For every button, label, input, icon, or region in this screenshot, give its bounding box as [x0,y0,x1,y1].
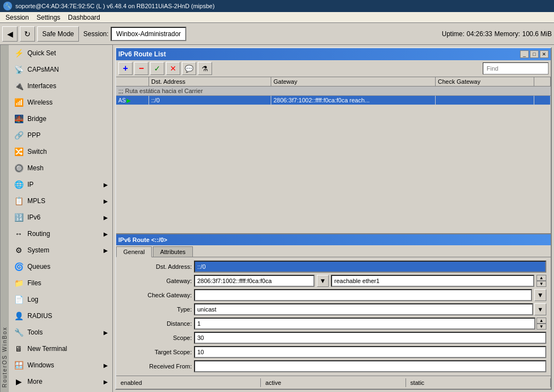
filter-button[interactable]: ⚗ [198,62,212,75]
tabs: General Attributes [116,245,551,257]
gateway-reachable-input[interactable] [331,275,534,287]
distance-label: Distance: [121,320,192,327]
received-from-input[interactable] [194,360,546,372]
winbox-label: RouterOS WinBox [0,45,9,392]
gateway-dropdown-button[interactable]: ▼ [317,275,329,287]
tab-general[interactable]: General [116,246,152,257]
close-button[interactable]: ✕ [540,50,549,58]
maximize-button[interactable]: □ [530,50,539,58]
memory-label: Memory: [494,30,520,38]
sidebar-item-log[interactable]: 📄 Log [9,291,112,308]
sidebar-label-quick-set: Quick Set [27,49,56,57]
uptime-label: Uptime: [442,30,464,38]
sidebar-item-ip[interactable]: 🌐 IP ▶ [9,176,112,193]
scope-input[interactable] [194,332,546,344]
dst-address-label: Dst. Address: [121,263,192,270]
gateway-row: ▼ ▲ ▼ [194,275,546,287]
sidebar-item-queues[interactable]: 🌀 Queues [9,258,112,275]
app-icon: 🔧 [3,2,12,10]
status-active: active [261,378,405,387]
dst-address-input[interactable] [194,261,546,273]
comment-button[interactable]: 💬 [182,62,196,75]
radius-icon: 👤 [13,310,24,321]
forward-button[interactable]: ↻ [20,26,35,42]
sidebar-label-mesh: Mesh [27,164,43,172]
sidebar-label-routing: Routing [27,230,50,238]
routing-icon: ↔ [13,228,24,239]
row-gateway: 2806:3f7:1002::ffff:f0ca:f0ca reach... [271,96,436,105]
status-bar: enabled active static [116,376,551,389]
type-input[interactable] [194,303,533,315]
sidebar-item-quick-set[interactable]: ⚡ Quick Set [9,45,112,61]
sidebar-label-new-terminal: New Terminal [27,345,67,353]
check-gateway-input[interactable] [194,289,532,301]
type-dropdown-button[interactable]: ▼ [534,303,546,315]
form-row-check-gateway: Check Gateway: ▼ [121,289,546,301]
sidebar-item-mesh[interactable]: 🔘 Mesh [9,160,112,176]
sidebar-label-files: Files [27,279,41,287]
sidebar-item-interfaces[interactable]: 🔌 Interfaces [9,78,112,94]
col-dst-address[interactable]: Dst. Address [149,77,271,86]
minimize-button[interactable]: _ [520,50,529,58]
wireless-icon: 📶 [13,97,24,108]
enable-button[interactable]: ✓ [150,62,164,75]
remove-button[interactable]: − [134,62,149,75]
col-check-gateway[interactable]: Check Gateway [436,77,534,86]
distance-spin-up-button[interactable]: ▲ [536,318,546,324]
target-scope-input[interactable] [194,346,546,358]
col-extra [534,77,551,86]
sidebar-item-files[interactable]: 📁 Files [9,275,112,291]
menu-session[interactable]: Session [2,13,32,22]
table-body: ;;; Ruta estática hacia el Carrier AS ▶ … [116,87,551,233]
spin-up-button[interactable]: ▲ [536,275,546,281]
sidebar-item-more[interactable]: ▶ More ▶ [9,373,112,390]
sidebar-label-tools: Tools [27,328,43,336]
switch-icon: 🔀 [13,146,24,157]
form-row-gateway: Gateway: ▼ ▲ ▼ [121,275,546,287]
sidebar-item-new-terminal[interactable]: 🖥 New Terminal [9,341,112,357]
distance-spin-down-button[interactable]: ▼ [536,324,546,330]
sidebar-item-windows[interactable]: 🪟 Windows ▶ [9,357,112,373]
menu-dashboard[interactable]: Dashboard [65,13,104,22]
sidebar-item-ppp[interactable]: 🔗 PPP [9,127,112,143]
window-title: IPv6 Route List [118,50,166,58]
disable-button[interactable]: ✕ [166,62,180,75]
menu-settings[interactable]: Settings [33,13,64,22]
uptime-value: 04:26:33 [467,30,493,38]
sidebar-item-bridge[interactable]: 🌉 Bridge [9,111,112,127]
add-button[interactable]: + [118,62,133,75]
safe-mode-button[interactable]: Safe Mode [37,26,79,42]
table-row[interactable]: AS ▶ ::/0 2806:3f7:1002::ffff:f0ca:f0ca … [116,96,551,105]
sidebar-item-radius[interactable]: 👤 RADIUS [9,308,112,324]
sidebar-item-switch[interactable]: 🔀 Switch [9,143,112,160]
quick-set-icon: ⚡ [13,48,24,59]
title-bar-text: soporte@C4:AD:34:7E:92:5C (L ) v6.48.4 o… [15,3,551,9]
col-gateway[interactable]: Gateway [271,77,436,86]
gateway-input[interactable] [194,275,315,287]
scope-label: Scope: [121,335,192,341]
tab-attributes[interactable]: Attributes [153,246,192,257]
back-button[interactable]: ◀ [2,26,18,42]
col-flags [116,77,149,86]
ipv6-icon: 🔢 [13,212,24,223]
sidebar-item-tools[interactable]: 🔧 Tools ▶ [9,324,112,341]
check-gateway-dropdown-button[interactable]: ▼ [534,289,546,301]
sidebar-item-capsman[interactable]: 📡 CAPsMAN [9,61,112,78]
log-icon: 📄 [13,294,24,305]
ipv6-route-list-window: IPv6 Route List _ □ ✕ + − ✓ ✕ 💬 ⚗ Dst. A [115,47,552,390]
queues-icon: 🌀 [13,261,24,272]
sidebar-item-routing[interactable]: ↔ Routing ▶ [9,226,112,242]
sidebar-item-system[interactable]: ⚙ System ▶ [9,242,112,258]
sidebar-label-radius: RADIUS [27,312,52,320]
distance-input[interactable] [194,318,535,330]
ip-icon: 🌐 [13,179,24,190]
window-controls: _ □ ✕ [520,50,549,58]
sidebar-label-interfaces: Interfaces [27,82,56,90]
sidebar-item-ipv6[interactable]: 🔢 IPv6 ▶ [9,209,112,226]
route-detail: IPv6 Route <::/0> General Attributes Dst… [116,233,551,376]
sidebar-item-wireless[interactable]: 📶 Wireless [9,94,112,111]
sidebar-label-queues: Queues [27,263,50,270]
find-input[interactable] [483,62,549,74]
spin-down-button[interactable]: ▼ [536,281,546,287]
sidebar-item-mpls[interactable]: 📋 MPLS ▶ [9,193,112,209]
